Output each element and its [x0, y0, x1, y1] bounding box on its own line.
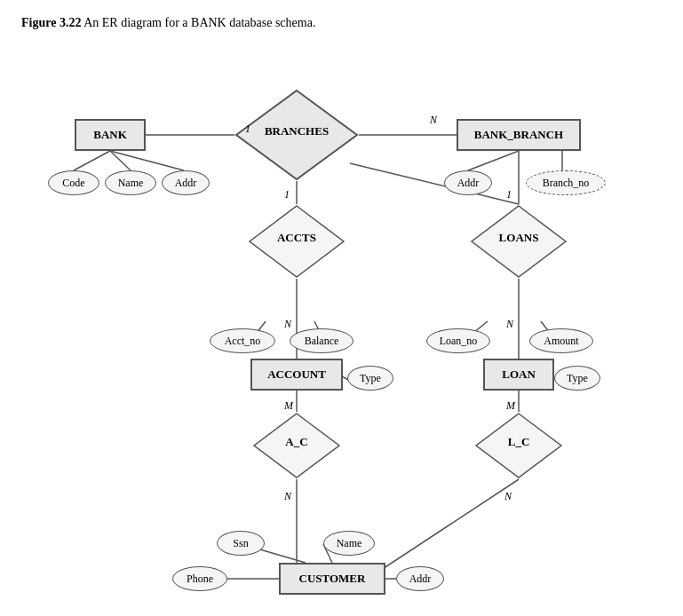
- attr-loan-type: Type: [554, 366, 600, 391]
- figure-description: An ER diagram for a BANK database schema…: [83, 16, 315, 29]
- card-10: N: [504, 490, 512, 503]
- diamond-lc: L_C: [474, 412, 563, 479]
- card-5: N: [284, 318, 291, 331]
- svg-marker-26: [236, 91, 357, 179]
- diamond-accts: ACCTS: [248, 204, 345, 279]
- entity-customer: CUSTOMER: [279, 563, 385, 595]
- card-1: 1: [245, 122, 250, 136]
- entity-loan: LOAN: [483, 359, 554, 391]
- entity-bank-branch: BANK_BRANCH: [457, 119, 581, 151]
- svg-line-3: [350, 163, 519, 204]
- attr-bb-addr: Addr: [444, 170, 492, 195]
- card-3: 1: [284, 188, 290, 201]
- attr-acct-no: Acct_no: [210, 328, 275, 353]
- svg-line-16: [468, 151, 519, 170]
- svg-marker-28: [472, 206, 566, 277]
- attr-bank-code: Code: [48, 170, 99, 195]
- figure-label: Figure 3.22: [21, 16, 81, 29]
- diamond-ac: A_C: [252, 412, 341, 479]
- entity-bank: BANK: [75, 119, 146, 151]
- attr-acct-type: Type: [347, 366, 393, 391]
- attr-cust-name: Name: [323, 531, 375, 556]
- diamond-loans: LOANS: [470, 204, 568, 279]
- page: Figure 3.22 An ER diagram for a BANK dat…: [0, 0, 683, 616]
- svg-line-13: [74, 151, 110, 170]
- attr-bank-addr: Addr: [162, 170, 210, 195]
- svg-marker-27: [250, 206, 344, 277]
- card-2: N: [430, 114, 437, 127]
- svg-marker-29: [254, 414, 339, 478]
- attr-ssn: Ssn: [217, 531, 265, 556]
- attr-phone: Phone: [172, 566, 227, 591]
- figure-caption: Figure 3.22 An ER diagram for a BANK dat…: [21, 16, 662, 30]
- attr-bank-name: Name: [105, 170, 156, 195]
- attr-cust-addr: Addr: [396, 566, 444, 591]
- card-7: M: [284, 399, 293, 413]
- attr-loan-no: Loan_no: [426, 328, 490, 353]
- attr-balance: Balance: [290, 328, 353, 353]
- attr-bb-branchno: Branch_no: [526, 170, 606, 195]
- entity-account: ACCOUNT: [250, 359, 343, 391]
- svg-line-21: [368, 479, 519, 579]
- diamond-branches: BRANCHES: [234, 89, 359, 181]
- card-8: M: [506, 399, 515, 413]
- attr-amount: Amount: [529, 328, 593, 353]
- card-4: 1: [506, 188, 512, 201]
- card-6: N: [506, 318, 513, 331]
- card-9: N: [284, 490, 291, 503]
- er-diagram: BRANCHES ACCTS LOANS A_C: [21, 39, 661, 607]
- svg-marker-30: [476, 414, 561, 478]
